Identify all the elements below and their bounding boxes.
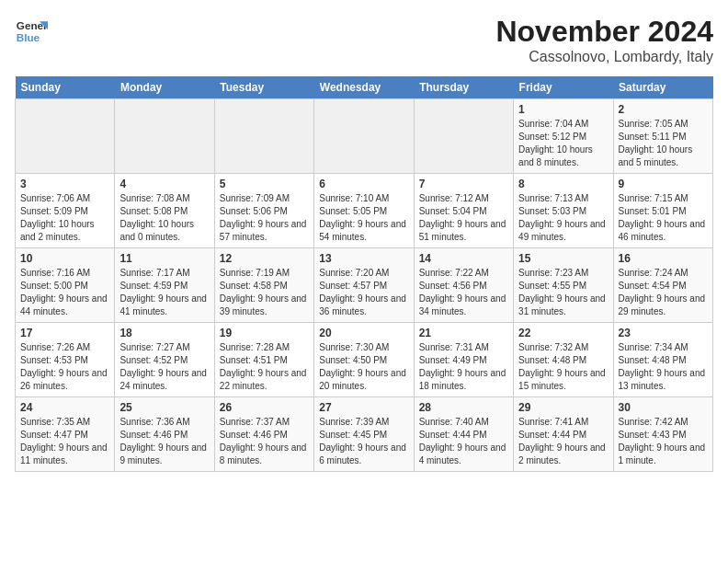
day-info: Sunrise: 7:36 AM Sunset: 4:46 PM Dayligh… (119, 416, 209, 467)
day-info: Sunrise: 7:40 AM Sunset: 4:44 PM Dayligh… (419, 416, 508, 467)
title-block: November 2024 Cassolnovo, Lombardy, Ital… (495, 15, 713, 65)
day-info: Sunrise: 7:24 AM Sunset: 4:54 PM Dayligh… (619, 267, 708, 318)
day-info: Sunrise: 7:17 AM Sunset: 4:59 PM Dayligh… (119, 267, 209, 318)
header-wednesday: Wednesday (314, 76, 414, 99)
day-number: 4 (119, 178, 209, 190)
day-number: 17 (20, 327, 109, 339)
day-number: 5 (220, 178, 309, 190)
day-cell: 28Sunrise: 7:40 AM Sunset: 4:44 PM Dayli… (414, 397, 513, 472)
header-friday: Friday (514, 76, 613, 99)
day-number: 14 (419, 252, 508, 265)
page-subtitle: Cassolnovo, Lombardy, Italy (495, 49, 713, 65)
day-number: 27 (319, 401, 408, 414)
header-thursday: Thursday (414, 76, 513, 99)
day-cell: 30Sunrise: 7:42 AM Sunset: 4:43 PM Dayli… (613, 397, 712, 472)
day-info: Sunrise: 7:08 AM Sunset: 5:08 PM Dayligh… (119, 192, 209, 244)
header-sunday: Sunday (16, 76, 115, 99)
day-cell: 23Sunrise: 7:34 AM Sunset: 4:48 PM Dayli… (613, 323, 712, 397)
day-info: Sunrise: 7:27 AM Sunset: 4:52 PM Dayligh… (119, 341, 209, 393)
day-info: Sunrise: 7:34 AM Sunset: 4:48 PM Dayligh… (619, 341, 708, 393)
calendar-table: SundayMondayTuesdayWednesdayThursdayFrid… (15, 76, 713, 472)
day-cell: 18Sunrise: 7:27 AM Sunset: 4:52 PM Dayli… (115, 323, 214, 397)
day-number: 3 (20, 178, 109, 190)
logo: General Blue (15, 15, 48, 48)
day-info: Sunrise: 7:22 AM Sunset: 4:56 PM Dayligh… (419, 267, 508, 318)
day-cell: 10Sunrise: 7:16 AM Sunset: 5:00 PM Dayli… (16, 248, 115, 323)
day-number: 1 (518, 103, 608, 116)
day-cell: 3Sunrise: 7:06 AM Sunset: 5:09 PM Daylig… (16, 174, 115, 248)
day-number: 19 (220, 327, 309, 339)
day-info: Sunrise: 7:06 AM Sunset: 5:09 PM Dayligh… (20, 192, 109, 244)
day-number: 16 (619, 252, 708, 265)
day-number: 30 (619, 401, 708, 414)
day-info: Sunrise: 7:05 AM Sunset: 5:11 PM Dayligh… (619, 118, 708, 169)
day-number: 2 (619, 103, 708, 116)
day-cell: 14Sunrise: 7:22 AM Sunset: 4:56 PM Dayli… (414, 248, 513, 323)
week-row-5: 24Sunrise: 7:35 AM Sunset: 4:47 PM Dayli… (16, 397, 713, 472)
day-info: Sunrise: 7:23 AM Sunset: 4:55 PM Dayligh… (518, 267, 608, 318)
day-info: Sunrise: 7:35 AM Sunset: 4:47 PM Dayligh… (20, 416, 109, 467)
day-info: Sunrise: 7:15 AM Sunset: 5:01 PM Dayligh… (619, 192, 708, 244)
day-cell: 16Sunrise: 7:24 AM Sunset: 4:54 PM Dayli… (613, 248, 712, 323)
header-saturday: Saturday (613, 76, 712, 99)
day-cell: 19Sunrise: 7:28 AM Sunset: 4:51 PM Dayli… (214, 323, 313, 397)
day-cell: 24Sunrise: 7:35 AM Sunset: 4:47 PM Dayli… (16, 397, 115, 472)
day-info: Sunrise: 7:13 AM Sunset: 5:03 PM Dayligh… (518, 192, 608, 244)
day-number: 18 (119, 327, 209, 339)
day-cell: 11Sunrise: 7:17 AM Sunset: 4:59 PM Dayli… (115, 248, 214, 323)
day-info: Sunrise: 7:30 AM Sunset: 4:50 PM Dayligh… (319, 341, 408, 393)
day-cell: 13Sunrise: 7:20 AM Sunset: 4:57 PM Dayli… (314, 248, 414, 323)
svg-text:General: General (17, 19, 48, 31)
header-monday: Monday (115, 76, 214, 99)
day-info: Sunrise: 7:42 AM Sunset: 4:43 PM Dayligh… (619, 416, 708, 467)
week-row-1: 1Sunrise: 7:04 AM Sunset: 5:12 PM Daylig… (16, 99, 713, 174)
day-cell (414, 99, 513, 174)
day-number: 8 (518, 178, 608, 190)
day-info: Sunrise: 7:41 AM Sunset: 4:44 PM Dayligh… (518, 416, 608, 467)
day-info: Sunrise: 7:28 AM Sunset: 4:51 PM Dayligh… (220, 341, 309, 393)
calendar-header-row: SundayMondayTuesdayWednesdayThursdayFrid… (16, 76, 713, 99)
day-info: Sunrise: 7:10 AM Sunset: 5:05 PM Dayligh… (319, 192, 408, 244)
header-tuesday: Tuesday (214, 76, 313, 99)
day-cell: 4Sunrise: 7:08 AM Sunset: 5:08 PM Daylig… (115, 174, 214, 248)
day-cell (16, 99, 115, 174)
day-cell (314, 99, 414, 174)
day-number: 15 (518, 252, 608, 265)
day-info: Sunrise: 7:31 AM Sunset: 4:49 PM Dayligh… (419, 341, 508, 393)
day-number: 10 (20, 252, 109, 265)
day-cell: 20Sunrise: 7:30 AM Sunset: 4:50 PM Dayli… (314, 323, 414, 397)
day-cell: 22Sunrise: 7:32 AM Sunset: 4:48 PM Dayli… (514, 323, 613, 397)
day-number: 23 (619, 327, 708, 339)
day-info: Sunrise: 7:09 AM Sunset: 5:06 PM Dayligh… (220, 192, 309, 244)
day-cell (214, 99, 313, 174)
day-cell: 8Sunrise: 7:13 AM Sunset: 5:03 PM Daylig… (514, 174, 613, 248)
day-cell: 5Sunrise: 7:09 AM Sunset: 5:06 PM Daylig… (214, 174, 313, 248)
week-row-2: 3Sunrise: 7:06 AM Sunset: 5:09 PM Daylig… (16, 174, 713, 248)
day-number: 28 (419, 401, 508, 414)
day-cell: 1Sunrise: 7:04 AM Sunset: 5:12 PM Daylig… (514, 99, 613, 174)
day-info: Sunrise: 7:39 AM Sunset: 4:45 PM Dayligh… (319, 416, 408, 467)
day-cell: 12Sunrise: 7:19 AM Sunset: 4:58 PM Dayli… (214, 248, 313, 323)
day-cell: 27Sunrise: 7:39 AM Sunset: 4:45 PM Dayli… (314, 397, 414, 472)
day-cell: 2Sunrise: 7:05 AM Sunset: 5:11 PM Daylig… (613, 99, 712, 174)
day-info: Sunrise: 7:26 AM Sunset: 4:53 PM Dayligh… (20, 341, 109, 393)
page-header: General Blue November 2024 Cassolnovo, L… (15, 15, 713, 65)
day-number: 26 (220, 401, 309, 414)
day-cell: 9Sunrise: 7:15 AM Sunset: 5:01 PM Daylig… (613, 174, 712, 248)
page-title: November 2024 (495, 15, 713, 49)
day-cell (115, 99, 214, 174)
day-number: 9 (619, 178, 708, 190)
day-number: 13 (319, 252, 408, 265)
day-info: Sunrise: 7:20 AM Sunset: 4:57 PM Dayligh… (319, 267, 408, 318)
day-cell: 7Sunrise: 7:12 AM Sunset: 5:04 PM Daylig… (414, 174, 513, 248)
day-number: 11 (119, 252, 209, 265)
day-info: Sunrise: 7:19 AM Sunset: 4:58 PM Dayligh… (220, 267, 309, 318)
day-number: 24 (20, 401, 109, 414)
day-cell: 6Sunrise: 7:10 AM Sunset: 5:05 PM Daylig… (314, 174, 414, 248)
day-cell: 26Sunrise: 7:37 AM Sunset: 4:46 PM Dayli… (214, 397, 313, 472)
day-info: Sunrise: 7:04 AM Sunset: 5:12 PM Dayligh… (518, 118, 608, 169)
day-info: Sunrise: 7:37 AM Sunset: 4:46 PM Dayligh… (220, 416, 309, 467)
logo-icon: General Blue (15, 15, 48, 48)
week-row-3: 10Sunrise: 7:16 AM Sunset: 5:00 PM Dayli… (16, 248, 713, 323)
day-cell: 15Sunrise: 7:23 AM Sunset: 4:55 PM Dayli… (514, 248, 613, 323)
